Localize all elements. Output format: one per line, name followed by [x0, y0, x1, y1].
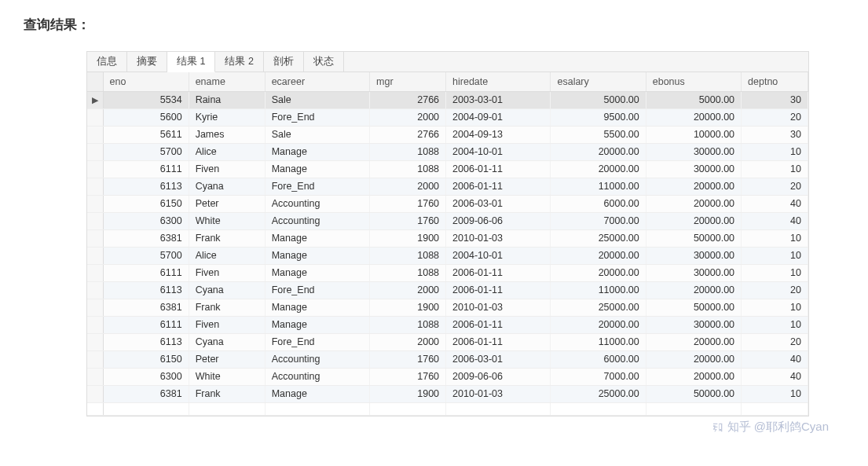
- cell-ename: White: [189, 368, 265, 385]
- row-gutter-header: [87, 72, 103, 91]
- cell-esalary: 11000.00: [551, 333, 646, 350]
- cell-hiredate: 2006-01-11: [446, 178, 551, 195]
- col-header-mgr[interactable]: mgr: [370, 72, 446, 91]
- row-gutter[interactable]: [87, 178, 103, 195]
- table-row[interactable]: 6150PeterAccounting17602006-03-016000.00…: [87, 195, 808, 212]
- cell-ebonus: 20000.00: [646, 212, 741, 229]
- cell-hiredate: 2006-03-01: [446, 350, 551, 368]
- cell-hiredate: 2006-01-11: [446, 160, 551, 178]
- table-row[interactable]: 6113CyanaFore_End20002006-01-1111000.002…: [87, 281, 808, 299]
- page-title: 查询结果：: [24, 16, 844, 34]
- cell-ebonus: 20000.00: [646, 108, 741, 126]
- table-row[interactable]: 6381FrankManage19002010-01-0325000.00500…: [87, 229, 808, 247]
- cell-ebonus: 20000.00: [646, 281, 741, 299]
- table-row[interactable]: 6113CyanaFore_End20002006-01-1111000.002…: [87, 178, 808, 195]
- cell-esalary: 25000.00: [551, 385, 646, 402]
- tab-5[interactable]: 状态: [304, 52, 344, 72]
- cell-mgr: 1760: [370, 350, 446, 368]
- cell-ebonus: 20000.00: [646, 368, 741, 385]
- cell-eno: 6150: [103, 350, 189, 368]
- table-row[interactable]: 6381FrankManage19002010-01-0325000.00500…: [87, 299, 808, 316]
- row-gutter[interactable]: [87, 350, 103, 368]
- cell-mgr: 1088: [370, 264, 446, 281]
- tab-4[interactable]: 剖析: [264, 52, 304, 72]
- table-row[interactable]: 5700AliceManage10882004-10-0120000.00300…: [87, 247, 808, 264]
- cell-esalary: 6000.00: [551, 350, 646, 368]
- cell-mgr: 1760: [370, 212, 446, 229]
- table-row[interactable]: 5600KyrieFore_End20002004-09-019500.0020…: [87, 108, 808, 126]
- row-gutter[interactable]: [87, 368, 103, 385]
- table-row[interactable]: 5700AliceManage10882004-10-0120000.00300…: [87, 143, 808, 160]
- table-row[interactable]: 6300WhiteAccounting17602009-06-067000.00…: [87, 212, 808, 229]
- cell-mgr: 2766: [370, 91, 446, 108]
- cell-deptno: 10: [742, 264, 808, 281]
- col-header-ename[interactable]: ename: [189, 72, 265, 91]
- cell-esalary: 20000.00: [551, 143, 646, 160]
- results-table: enoenameecareermgrhiredateesalaryebonusd…: [87, 72, 808, 416]
- table-row[interactable]: 6111FivenManage10882006-01-1120000.00300…: [87, 160, 808, 178]
- table-row[interactable]: 6300WhiteAccounting17602009-06-067000.00…: [87, 368, 808, 385]
- cell-esalary: 5000.00: [551, 91, 646, 108]
- cell-ebonus: 30000.00: [646, 316, 741, 333]
- cell-ecareer: Fore_End: [265, 108, 369, 126]
- row-gutter[interactable]: [87, 143, 103, 160]
- col-header-hiredate[interactable]: hiredate: [446, 72, 551, 91]
- cell-eno: 5534: [103, 91, 189, 108]
- cell-deptno: 40: [742, 350, 808, 368]
- row-gutter[interactable]: [87, 385, 103, 402]
- cell-ecareer: Accounting: [265, 195, 369, 212]
- col-header-esalary[interactable]: esalary: [551, 72, 646, 91]
- cell-deptno: 30: [742, 91, 808, 108]
- tab-1[interactable]: 摘要: [127, 52, 167, 72]
- tab-0[interactable]: 信息: [87, 52, 127, 72]
- row-gutter[interactable]: ▶: [87, 91, 103, 108]
- cell-esalary: 20000.00: [551, 247, 646, 264]
- cell-deptno: 20: [742, 333, 808, 350]
- tab-2[interactable]: 结果 1: [167, 52, 215, 72]
- row-gutter[interactable]: [87, 229, 103, 247]
- table-row[interactable]: 6111FivenManage10882006-01-1120000.00300…: [87, 316, 808, 333]
- table-row[interactable]: 6381FrankManage19002010-01-0325000.00500…: [87, 385, 808, 402]
- cell-mgr: 1900: [370, 299, 446, 316]
- cell-mgr: 2000: [370, 108, 446, 126]
- cell-ebonus: 30000.00: [646, 160, 741, 178]
- col-header-ebonus[interactable]: ebonus: [646, 72, 741, 91]
- tab-3[interactable]: 结果 2: [215, 52, 263, 72]
- row-gutter[interactable]: [87, 247, 103, 264]
- cell-mgr: 1900: [370, 229, 446, 247]
- cell-hiredate: 2006-01-11: [446, 316, 551, 333]
- cell-ecareer: Manage: [265, 247, 369, 264]
- table-row[interactable]: 6111FivenManage10882006-01-1120000.00300…: [87, 264, 808, 281]
- row-gutter[interactable]: [87, 264, 103, 281]
- col-header-eno[interactable]: eno: [103, 72, 189, 91]
- row-gutter[interactable]: [87, 299, 103, 316]
- row-gutter[interactable]: [87, 281, 103, 299]
- cell-hiredate: 2010-01-03: [446, 299, 551, 316]
- row-gutter[interactable]: [87, 160, 103, 178]
- row-gutter[interactable]: [87, 333, 103, 350]
- cell-hiredate: 2003-03-01: [446, 91, 551, 108]
- cell-eno: 6111: [103, 264, 189, 281]
- row-gutter[interactable]: [87, 126, 103, 143]
- cell-eno: 6300: [103, 368, 189, 385]
- table-row[interactable]: ▶5534RainaSale27662003-03-015000.005000.…: [87, 91, 808, 108]
- col-header-ecareer[interactable]: ecareer: [265, 72, 369, 91]
- cell-eno: 6111: [103, 160, 189, 178]
- col-header-deptno[interactable]: deptno: [742, 72, 808, 91]
- cell-deptno: 20: [742, 108, 808, 126]
- row-gutter[interactable]: [87, 212, 103, 229]
- cell-ebonus: 20000.00: [646, 195, 741, 212]
- cell-esalary: 6000.00: [551, 195, 646, 212]
- row-gutter[interactable]: [87, 316, 103, 333]
- cell-ecareer: Manage: [265, 385, 369, 402]
- table-row[interactable]: 5611JamesSale27662004-09-135500.0010000.…: [87, 126, 808, 143]
- row-gutter[interactable]: [87, 195, 103, 212]
- cell-deptno: 20: [742, 281, 808, 299]
- cell-esalary: 7000.00: [551, 212, 646, 229]
- cell-ecareer: Fore_End: [265, 281, 369, 299]
- cell-ename: Cyana: [189, 178, 265, 195]
- cell-ename: Cyana: [189, 281, 265, 299]
- table-row[interactable]: 6150PeterAccounting17602006-03-016000.00…: [87, 350, 808, 368]
- table-row[interactable]: 6113CyanaFore_End20002006-01-1111000.002…: [87, 333, 808, 350]
- row-gutter[interactable]: [87, 108, 103, 126]
